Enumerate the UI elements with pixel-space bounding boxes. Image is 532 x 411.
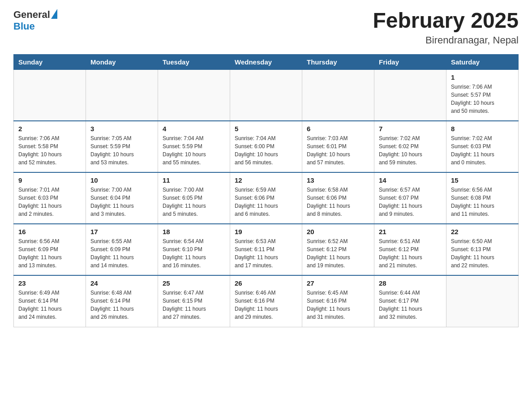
calendar-location: Birendranagar, Nepal — [373, 34, 519, 46]
day-number: 13 — [307, 176, 369, 184]
calendar-title-block: February 2025 Birendranagar, Nepal — [373, 9, 519, 46]
day-number: 1 — [451, 73, 514, 81]
day-number: 6 — [307, 125, 369, 133]
day-number: 8 — [451, 125, 514, 133]
header-friday: Friday — [374, 54, 446, 69]
day-number: 17 — [90, 228, 153, 235]
day-number: 26 — [235, 279, 297, 287]
day-info: Sunrise: 6:51 AM Sunset: 6:12 PM Dayligh… — [379, 237, 442, 270]
day-info: Sunrise: 7:06 AM Sunset: 5:57 PM Dayligh… — [451, 83, 514, 115]
day-info: Sunrise: 6:49 AM Sunset: 6:14 PM Dayligh… — [18, 289, 81, 321]
day-number: 28 — [379, 279, 442, 287]
day-number: 16 — [18, 228, 81, 235]
calendar-week-row: 9Sunrise: 7:01 AM Sunset: 6:03 PM Daylig… — [14, 172, 519, 224]
calendar-week-row: 2Sunrise: 7:06 AM Sunset: 5:58 PM Daylig… — [14, 121, 519, 172]
calendar-cell: 11Sunrise: 7:00 AM Sunset: 6:05 PM Dayli… — [158, 172, 230, 224]
day-info: Sunrise: 7:01 AM Sunset: 6:03 PM Dayligh… — [18, 186, 81, 218]
day-number: 3 — [90, 125, 153, 133]
calendar-cell: 22Sunrise: 6:50 AM Sunset: 6:13 PM Dayli… — [446, 224, 519, 275]
day-info: Sunrise: 6:57 AM Sunset: 6:07 PM Dayligh… — [379, 186, 442, 218]
calendar-table: Sunday Monday Tuesday Wednesday Thursday… — [13, 54, 519, 327]
day-info: Sunrise: 6:45 AM Sunset: 6:16 PM Dayligh… — [307, 289, 369, 321]
day-info: Sunrise: 7:00 AM Sunset: 6:04 PM Dayligh… — [90, 186, 153, 218]
calendar-cell: 12Sunrise: 6:59 AM Sunset: 6:06 PM Dayli… — [230, 172, 302, 224]
calendar-cell: 21Sunrise: 6:51 AM Sunset: 6:12 PM Dayli… — [374, 224, 446, 275]
day-number: 15 — [451, 176, 514, 184]
calendar-cell: 19Sunrise: 6:53 AM Sunset: 6:11 PM Dayli… — [230, 224, 302, 275]
calendar-week-row: 1Sunrise: 7:06 AM Sunset: 5:57 PM Daylig… — [14, 69, 519, 121]
calendar-cell: 25Sunrise: 6:47 AM Sunset: 6:15 PM Dayli… — [158, 275, 230, 327]
calendar-week-row: 23Sunrise: 6:49 AM Sunset: 6:14 PM Dayli… — [14, 275, 519, 327]
logo: General Blue — [13, 9, 57, 32]
day-number: 23 — [18, 279, 81, 287]
day-number: 5 — [235, 125, 297, 133]
calendar-cell: 15Sunrise: 6:56 AM Sunset: 6:08 PM Dayli… — [446, 172, 519, 224]
calendar-cell — [230, 69, 302, 121]
day-info: Sunrise: 7:02 AM Sunset: 6:02 PM Dayligh… — [379, 134, 442, 167]
day-number: 2 — [18, 125, 81, 133]
day-info: Sunrise: 7:03 AM Sunset: 6:01 PM Dayligh… — [307, 134, 369, 167]
day-info: Sunrise: 7:04 AM Sunset: 5:59 PM Dayligh… — [163, 134, 225, 167]
calendar-cell: 28Sunrise: 6:44 AM Sunset: 6:17 PM Dayli… — [374, 275, 446, 327]
calendar-cell: 20Sunrise: 6:52 AM Sunset: 6:12 PM Dayli… — [302, 224, 374, 275]
logo-general-text: General — [13, 9, 50, 21]
calendar-cell — [86, 69, 158, 121]
calendar-cell: 17Sunrise: 6:55 AM Sunset: 6:09 PM Dayli… — [86, 224, 158, 275]
calendar-cell: 18Sunrise: 6:54 AM Sunset: 6:10 PM Dayli… — [158, 224, 230, 275]
calendar-cell: 13Sunrise: 6:58 AM Sunset: 6:06 PM Dayli… — [302, 172, 374, 224]
day-info: Sunrise: 7:04 AM Sunset: 6:00 PM Dayligh… — [235, 134, 297, 167]
day-info: Sunrise: 6:58 AM Sunset: 6:06 PM Dayligh… — [307, 186, 369, 218]
calendar-cell — [374, 69, 446, 121]
logo-blue-text: Blue — [13, 21, 35, 32]
day-info: Sunrise: 7:06 AM Sunset: 5:58 PM Dayligh… — [18, 134, 81, 167]
calendar-cell: 8Sunrise: 7:02 AM Sunset: 6:03 PM Daylig… — [446, 121, 519, 172]
day-info: Sunrise: 7:00 AM Sunset: 6:05 PM Dayligh… — [163, 186, 225, 218]
day-number: 21 — [379, 228, 442, 235]
calendar-cell: 1Sunrise: 7:06 AM Sunset: 5:57 PM Daylig… — [446, 69, 519, 121]
day-info: Sunrise: 6:56 AM Sunset: 6:08 PM Dayligh… — [451, 186, 514, 218]
calendar-cell: 10Sunrise: 7:00 AM Sunset: 6:04 PM Dayli… — [86, 172, 158, 224]
header-monday: Monday — [86, 54, 158, 69]
calendar-cell: 16Sunrise: 6:56 AM Sunset: 6:09 PM Dayli… — [14, 224, 86, 275]
day-info: Sunrise: 6:55 AM Sunset: 6:09 PM Dayligh… — [90, 237, 153, 270]
day-number: 25 — [163, 279, 225, 287]
day-info: Sunrise: 6:56 AM Sunset: 6:09 PM Dayligh… — [18, 237, 81, 270]
day-number: 18 — [163, 228, 225, 235]
day-info: Sunrise: 6:50 AM Sunset: 6:13 PM Dayligh… — [451, 237, 514, 270]
day-info: Sunrise: 6:52 AM Sunset: 6:12 PM Dayligh… — [307, 237, 369, 270]
day-info: Sunrise: 6:59 AM Sunset: 6:06 PM Dayligh… — [235, 186, 297, 218]
calendar-cell: 2Sunrise: 7:06 AM Sunset: 5:58 PM Daylig… — [14, 121, 86, 172]
day-info: Sunrise: 7:05 AM Sunset: 5:59 PM Dayligh… — [90, 134, 153, 167]
day-number: 22 — [451, 228, 514, 235]
day-info: Sunrise: 6:48 AM Sunset: 6:14 PM Dayligh… — [90, 289, 153, 321]
calendar-cell: 9Sunrise: 7:01 AM Sunset: 6:03 PM Daylig… — [14, 172, 86, 224]
calendar-cell — [158, 69, 230, 121]
day-number: 27 — [307, 279, 369, 287]
calendar-title: February 2025 — [373, 9, 519, 33]
header-tuesday: Tuesday — [158, 54, 230, 69]
header-wednesday: Wednesday — [230, 54, 302, 69]
day-number: 11 — [163, 176, 225, 184]
calendar-cell: 3Sunrise: 7:05 AM Sunset: 5:59 PM Daylig… — [86, 121, 158, 172]
day-info: Sunrise: 6:53 AM Sunset: 6:11 PM Dayligh… — [235, 237, 297, 270]
day-info: Sunrise: 6:47 AM Sunset: 6:15 PM Dayligh… — [163, 289, 225, 321]
header-thursday: Thursday — [302, 54, 374, 69]
calendar-cell: 23Sunrise: 6:49 AM Sunset: 6:14 PM Dayli… — [14, 275, 86, 327]
calendar-cell: 4Sunrise: 7:04 AM Sunset: 5:59 PM Daylig… — [158, 121, 230, 172]
day-info: Sunrise: 6:46 AM Sunset: 6:16 PM Dayligh… — [235, 289, 297, 321]
day-info: Sunrise: 7:02 AM Sunset: 6:03 PM Dayligh… — [451, 134, 514, 167]
day-number: 9 — [18, 176, 81, 184]
calendar-cell: 26Sunrise: 6:46 AM Sunset: 6:16 PM Dayli… — [230, 275, 302, 327]
calendar-cell — [302, 69, 374, 121]
day-number: 12 — [235, 176, 297, 184]
day-number: 7 — [379, 125, 442, 133]
day-number: 24 — [90, 279, 153, 287]
calendar-cell: 14Sunrise: 6:57 AM Sunset: 6:07 PM Dayli… — [374, 172, 446, 224]
day-number: 19 — [235, 228, 297, 235]
page-header: General Blue February 2025 Birendranagar… — [13, 9, 519, 46]
calendar-cell: 24Sunrise: 6:48 AM Sunset: 6:14 PM Dayli… — [86, 275, 158, 327]
day-number: 20 — [307, 228, 369, 235]
calendar-cell: 27Sunrise: 6:45 AM Sunset: 6:16 PM Dayli… — [302, 275, 374, 327]
day-info: Sunrise: 6:54 AM Sunset: 6:10 PM Dayligh… — [163, 237, 225, 270]
calendar-cell: 7Sunrise: 7:02 AM Sunset: 6:02 PM Daylig… — [374, 121, 446, 172]
